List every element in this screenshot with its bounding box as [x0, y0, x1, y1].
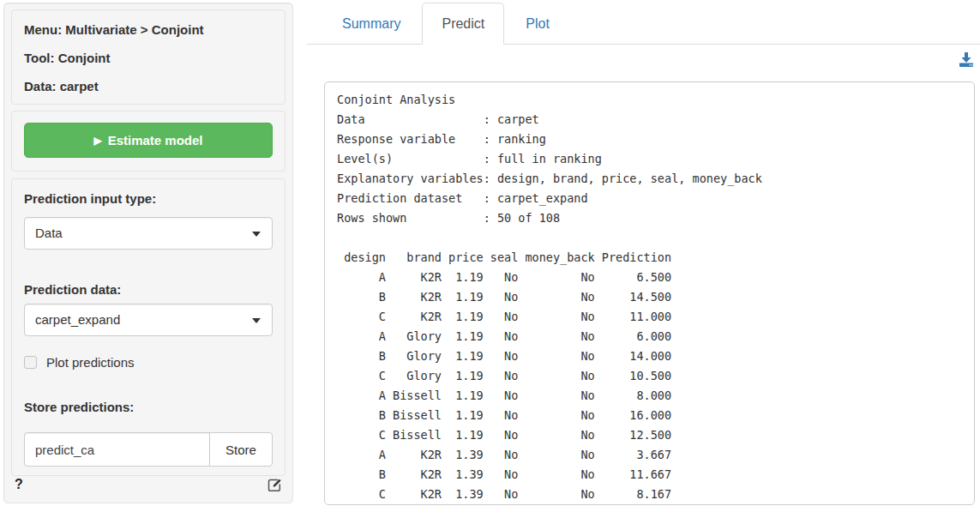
- prediction-output: Conjoint Analysis Data : carpet Response…: [337, 90, 962, 504]
- prediction-output-panel: Conjoint Analysis Data : carpet Response…: [324, 81, 975, 505]
- prediction-input-type-label: Prediction input type:: [24, 190, 273, 207]
- model-info-panel: Menu: Multivariate > Conjoint Tool: Conj…: [11, 9, 286, 105]
- plot-predictions-label[interactable]: Plot predictions: [46, 355, 135, 370]
- estimate-panel: ▶Estimate model: [11, 111, 286, 172]
- tab-bar: Summary Predict Plot: [307, 3, 980, 45]
- menu-breadcrumb: Menu: Multivariate > Conjoint: [24, 21, 273, 38]
- store-predictions-input[interactable]: [24, 432, 210, 467]
- caret-down-icon: [252, 232, 261, 237]
- app-root: Menu: Multivariate > Conjoint Tool: Conj…: [0, 0, 980, 506]
- data-label: Data: carpet: [24, 78, 273, 94]
- play-icon: ▶: [93, 135, 101, 147]
- download-icon[interactable]: [959, 52, 974, 67]
- sidebar: Menu: Multivariate > Conjoint Tool: Conj…: [3, 3, 293, 503]
- estimate-model-button[interactable]: ▶Estimate model: [24, 123, 273, 158]
- prediction-data-select[interactable]: carpet_expand: [24, 304, 273, 336]
- store-predictions-label: Store predictions:: [24, 399, 273, 415]
- caret-down-icon: [252, 318, 261, 323]
- prediction-panel: Prediction input type: Data Prediction d…: [11, 178, 286, 476]
- tool-label: Tool: Conjoint: [24, 50, 273, 66]
- tab-summary[interactable]: Summary: [322, 3, 420, 45]
- estimate-model-label: Estimate model: [108, 133, 203, 148]
- prediction-input-type-value: Data: [35, 226, 63, 240]
- help-icon[interactable]: ?: [15, 477, 23, 492]
- tab-predict[interactable]: Predict: [422, 3, 504, 45]
- store-predictions-group: Store: [24, 432, 273, 467]
- plot-predictions-row: Plot predictions: [24, 355, 273, 370]
- store-button[interactable]: Store: [209, 432, 273, 467]
- prediction-input-type-select[interactable]: Data: [24, 217, 273, 250]
- prediction-data-value: carpet_expand: [35, 312, 120, 327]
- edit-report-icon[interactable]: [267, 477, 283, 493]
- sidebar-footer: ?: [15, 475, 283, 494]
- tab-plot[interactable]: Plot: [506, 3, 569, 45]
- download-row: [959, 52, 974, 68]
- prediction-data-label: Prediction data:: [24, 281, 273, 298]
- plot-predictions-checkbox[interactable]: [24, 356, 37, 369]
